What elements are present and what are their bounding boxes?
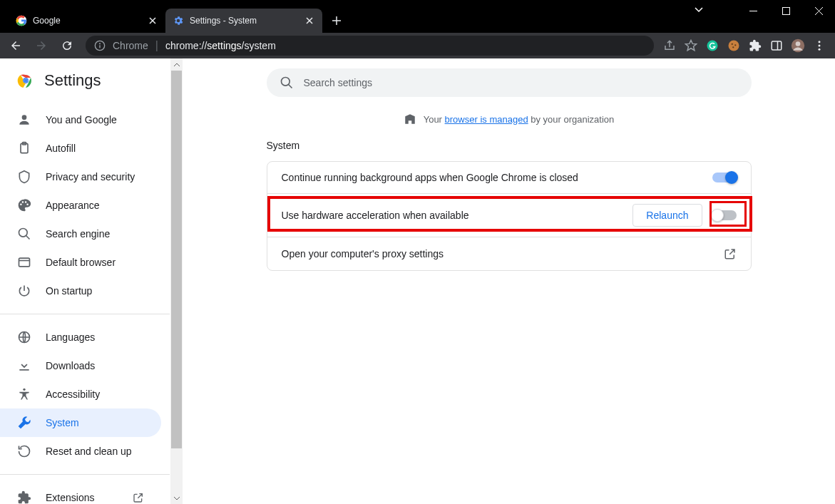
scroll-up-icon[interactable] (170, 58, 183, 71)
toggle-background-apps[interactable] (712, 173, 737, 182)
gear-icon (173, 15, 184, 26)
svg-point-16 (819, 48, 821, 51)
download-icon (17, 359, 31, 373)
extension-cookie-icon[interactable] (725, 37, 742, 54)
nav-you-and-google[interactable]: You and Google (0, 106, 161, 134)
tab-search-icon[interactable] (694, 4, 704, 14)
main-panel: Your browser is managed by your organiza… (183, 58, 835, 504)
accessibility-icon (17, 387, 31, 401)
window-titlebar: Google Settings - System (0, 0, 835, 33)
shield-icon (17, 170, 31, 184)
site-info-icon[interactable] (94, 40, 106, 51)
page-content: Settings You and Google Autofill Privacy… (0, 58, 835, 504)
svg-point-30 (281, 78, 290, 86)
svg-point-29 (23, 389, 25, 391)
divider (0, 314, 170, 314)
svg-line-25 (26, 236, 30, 240)
managed-link[interactable]: browser is managed (445, 114, 528, 125)
profile-avatar[interactable] (789, 37, 806, 54)
nav-extensions[interactable]: Extensions (0, 483, 161, 504)
nav-system[interactable]: System (0, 408, 161, 437)
url-text: chrome://settings/system (165, 40, 276, 51)
url-scheme-label: Chrome (113, 40, 148, 51)
tab-title: Settings - System (190, 16, 298, 26)
bookmark-icon[interactable] (682, 37, 700, 54)
row-hardware-accel: Use hardware acceleration when available… (267, 193, 751, 237)
extensions-icon[interactable] (747, 37, 764, 54)
maximize-button[interactable] (769, 0, 802, 21)
svg-point-21 (22, 115, 27, 120)
system-settings-card: Continue running background apps when Go… (267, 161, 752, 271)
sidebar-header: Settings (0, 58, 170, 103)
row-background-apps: Continue running background apps when Go… (267, 162, 751, 193)
nav-appearance[interactable]: Appearance (0, 191, 161, 220)
nav-section-1: You and Google Autofill Privacy and secu… (0, 103, 170, 308)
close-icon[interactable] (147, 15, 158, 26)
svg-point-6 (729, 41, 739, 51)
row-proxy[interactable]: Open your computer's proxy settings (267, 237, 751, 270)
clipboard-icon (17, 141, 31, 155)
toolbar-actions (661, 37, 831, 54)
relaunch-button[interactable]: Relaunch (632, 204, 702, 227)
svg-rect-10 (772, 41, 782, 50)
new-tab-button[interactable] (327, 11, 347, 31)
svg-point-5 (707, 41, 718, 51)
back-button[interactable] (4, 34, 27, 57)
tab-google[interactable]: Google (9, 9, 165, 33)
person-icon (17, 113, 31, 127)
sidebar-scrollbar[interactable] (170, 58, 183, 504)
toggle-hardware-accel[interactable] (712, 210, 737, 220)
svg-point-9 (732, 46, 734, 48)
chrome-logo-icon (17, 72, 34, 89)
tab-settings[interactable]: Settings - System (165, 9, 322, 33)
menu-icon[interactable] (811, 37, 828, 54)
side-panel-icon[interactable] (768, 37, 785, 54)
nav-default-browser[interactable]: Default browser (0, 248, 161, 277)
close-window-button[interactable] (802, 0, 835, 21)
building-icon (404, 113, 416, 125)
browser-icon (17, 255, 31, 269)
share-icon[interactable] (661, 37, 678, 54)
nav-reset[interactable]: Reset and clean up (0, 437, 161, 466)
nav-accessibility[interactable]: Accessibility (0, 380, 161, 408)
restore-icon (17, 444, 31, 458)
svg-point-15 (819, 45, 821, 47)
nav-languages[interactable]: Languages (0, 323, 161, 351)
search-input[interactable] (304, 77, 739, 88)
scrollbar-thumb[interactable] (171, 71, 182, 448)
window-controls (737, 0, 835, 21)
nav-privacy[interactable]: Privacy and security (0, 163, 161, 191)
svg-point-13 (796, 41, 801, 46)
svg-point-7 (732, 43, 733, 45)
reload-button[interactable] (56, 34, 78, 57)
globe-icon (17, 330, 31, 344)
section-title: System (267, 140, 752, 151)
svg-point-24 (19, 229, 28, 237)
address-bar[interactable]: Chrome | chrome://settings/system (86, 36, 654, 56)
divider (0, 474, 170, 475)
search-settings-box[interactable] (267, 68, 752, 97)
row-label: Use hardware acceleration when available (282, 210, 633, 221)
scroll-down-icon[interactable] (170, 492, 183, 504)
wrench-icon (17, 416, 31, 430)
external-link-icon (724, 247, 737, 260)
puzzle-icon (17, 490, 31, 504)
nav-autofill[interactable]: Autofill (0, 134, 161, 163)
close-icon[interactable] (304, 15, 315, 26)
settings-sidebar: Settings You and Google Autofill Privacy… (0, 58, 170, 504)
palette-icon (17, 198, 31, 212)
nav-section-2: Languages Downloads Accessibility System… (0, 320, 170, 468)
nav-downloads[interactable]: Downloads (0, 351, 161, 380)
browser-toolbar: Chrome | chrome://settings/system (0, 33, 835, 58)
nav-on-startup[interactable]: On startup (0, 277, 161, 305)
minimize-button[interactable] (737, 0, 769, 21)
extension-grammarly-icon[interactable] (704, 37, 721, 54)
search-icon (280, 76, 294, 90)
forward-button[interactable] (30, 34, 53, 57)
tab-title: Google (33, 16, 141, 26)
sidebar-container: Settings You and Google Autofill Privacy… (0, 58, 183, 504)
google-favicon (16, 15, 27, 26)
svg-rect-4 (99, 45, 100, 48)
nav-search-engine[interactable]: Search engine (0, 220, 161, 248)
row-label: Open your computer's proxy settings (282, 248, 724, 259)
